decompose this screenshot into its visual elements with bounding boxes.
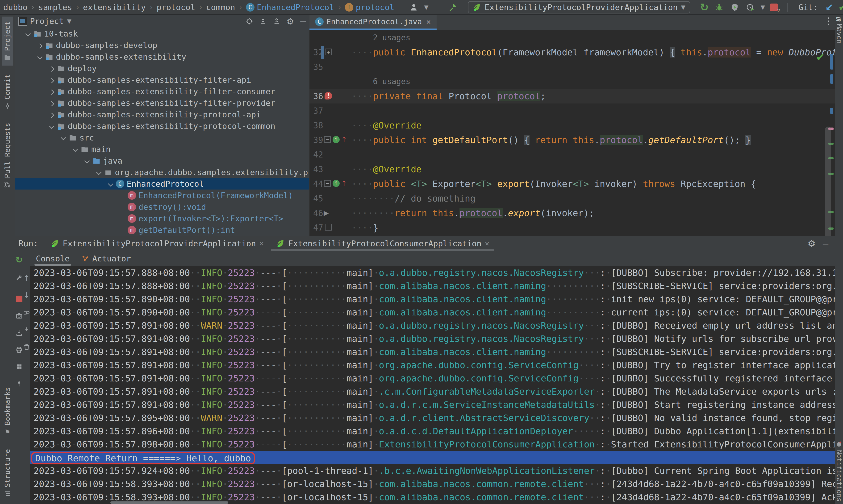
breadcrumb-item[interactable]: protocol [356, 3, 394, 12]
log-row[interactable]: 2023-03-06T09:15:57.888+08:00··INFO·2522… [30, 266, 835, 280]
tree-item[interactable]: dubbo-samples-extensibility [15, 51, 309, 62]
tree-item[interactable]: java [15, 155, 309, 166]
rerun-button[interactable]: ↻ [15, 256, 23, 264]
collapse-all-icon[interactable] [273, 17, 280, 25]
hide-panel-icon[interactable]: — [300, 19, 306, 23]
tree-item[interactable]: dubbo-samples-develop [15, 39, 309, 51]
tree-item[interactable]: dubbo-samples-extensibility-filter-consu… [15, 86, 309, 97]
inspections-ok-icon[interactable]: ✔ [816, 51, 825, 63]
tree-item[interactable]: main [15, 143, 309, 155]
tree-item[interactable]: mEnhancedProtocol(FrameworkModel) [15, 190, 309, 201]
debug-button[interactable] [714, 2, 724, 13]
chevron-icon[interactable] [94, 166, 104, 178]
tree-item[interactable]: mexport(Invoker<T>):Exporter<T> [15, 213, 309, 224]
tree-item[interactable]: dubbo-samples-extensibility-filter-api [15, 74, 309, 86]
profiler-button[interactable] [745, 2, 755, 13]
stop-button[interactable]: 2 [770, 3, 778, 11]
tree-item[interactable]: 10-task [15, 28, 309, 39]
breadcrumb-item[interactable]: dubbo [3, 3, 28, 12]
chevron-icon[interactable] [24, 28, 33, 39]
override-icon[interactable]: ↑ [333, 136, 340, 143]
chevron-icon[interactable] [48, 109, 57, 120]
code-line[interactable]: 38····@Override [310, 118, 835, 133]
sidebar-tab-project[interactable]: Project [2, 17, 13, 66]
override-icon[interactable]: ↑ [333, 180, 340, 187]
fold-end-icon[interactable] [325, 224, 332, 231]
log-row[interactable]: 2023-03-06T09:15:57.890+08:00··INFO·2522… [30, 292, 835, 306]
sidebar-tab-bookmarks[interactable]: ⚑ Bookmarks [2, 382, 13, 441]
chevron-icon[interactable] [59, 132, 69, 143]
breadcrumb-item[interactable]: EnhancedProtocol [257, 3, 334, 12]
layout-grid-icon[interactable] [15, 363, 23, 371]
log-row[interactable]: 2023-03-06T09:15:57.888+08:00··INFO·2522… [30, 280, 835, 292]
user-icon[interactable] [408, 2, 419, 13]
chevron-icon[interactable] [36, 51, 45, 62]
console-output[interactable]: 2023-03-06T09:15:57.888+08:00··INFO·2522… [30, 266, 835, 504]
close-icon[interactable]: × [426, 17, 431, 26]
sidebar-tab-maven[interactable]: m Maven [835, 17, 843, 44]
tab-console[interactable]: Console [36, 251, 70, 266]
horizontal-scrollbar[interactable] [110, 501, 228, 504]
log-row[interactable]: 2023-03-06T09:15:57.924+08:00··INFO·2522… [30, 464, 835, 478]
run-tab-provider[interactable]: ExtensibilityProtocolProviderApplication… [45, 236, 270, 251]
run-configuration-select[interactable]: ExtensibilityProtocolProviderApplication… [468, 1, 690, 14]
tree-item[interactable]: mgetDefaultPort():int [15, 224, 309, 236]
tree-item[interactable]: CEnhancedProtocol [15, 178, 309, 190]
fold-icon[interactable]: + [325, 49, 332, 55]
tree-item[interactable]: deploy [15, 62, 309, 74]
run-button[interactable]: ↻ [700, 1, 709, 13]
log-row[interactable]: 2023-03-06T09:15:57.896+08:00··INFO·2522… [30, 425, 835, 438]
editor-tab[interactable]: C EnhancedProtocol.java × [310, 15, 437, 29]
chevron-icon[interactable] [48, 86, 57, 97]
breadcrumb-item[interactable]: extensibility [83, 3, 146, 12]
editor-options-kebab-icon[interactable] [828, 17, 829, 25]
chevron-icon[interactable] [48, 62, 57, 74]
sidebar-tab-pull-requests[interactable]: Pull Requests [2, 118, 13, 193]
code-line[interactable]: 46▶········return this.protocol.export(i… [310, 206, 835, 220]
code-line[interactable]: 39−↑↑····public int getDefaultPort() { r… [310, 133, 835, 147]
tree-item[interactable]: org.apache.dubbo.samples.extensibility.p… [15, 166, 309, 178]
tree-item[interactable]: src [15, 132, 309, 143]
project-panel-title[interactable]: Project [30, 17, 64, 26]
scroll-down-icon[interactable]: ↓ [23, 291, 31, 299]
log-row[interactable]: 2023-03-06T09:15:57.891+08:00··WARN·2522… [30, 319, 835, 332]
close-icon[interactable]: × [485, 239, 489, 248]
chevron-icon[interactable] [36, 39, 45, 51]
sidebar-tab-structure[interactable]: Structure [2, 444, 13, 502]
fold-icon[interactable]: − [324, 136, 331, 143]
tree-item[interactable]: dubbo-samples-extensibility-filter-provi… [15, 97, 309, 109]
thread-dump-camera-icon[interactable] [15, 312, 23, 320]
breadcrumb-item[interactable]: protocol [157, 3, 195, 12]
log-row[interactable]: 2023-03-06T09:15:58.393+08:00··INFO·2522… [30, 478, 835, 490]
settings-gear-icon[interactable]: ⚙ [808, 238, 815, 249]
code-editor[interactable]: 2 usages32+····public EnhancedProtocol(F… [310, 31, 835, 236]
sidebar-tab-commit[interactable]: Commit [2, 69, 13, 114]
inlay-hint[interactable]: 2 usages [310, 31, 835, 45]
log-row[interactable]: 2023-03-06T09:15:57.891+08:00··INFO·2522… [30, 372, 835, 385]
locate-file-icon[interactable] [246, 17, 253, 25]
log-row[interactable]: 2023-03-06T09:15:57.895+08:00··WARN·2522… [30, 411, 835, 425]
code-line[interactable]: 36!····private final Protocol protocol; [310, 89, 835, 104]
code-line[interactable]: 43····@Override [310, 162, 835, 177]
close-icon[interactable]: × [259, 239, 264, 248]
chevron-icon[interactable] [71, 143, 81, 155]
chevron-icon[interactable] [106, 178, 116, 190]
code-line[interactable]: 35 [310, 60, 835, 74]
soft-wrap-icon[interactable] [23, 309, 31, 317]
log-row[interactable]: 2023-03-06T09:15:57.898+08:00··INFO·2522… [30, 438, 835, 451]
log-row[interactable]: 2023-03-06T09:15:57.891+08:00··INFO·2522… [30, 398, 835, 411]
code-line[interactable]: 44−↑↑····public <T> Exporter<T> export(I… [310, 177, 835, 191]
breadcrumb-item[interactable]: samples [38, 3, 72, 12]
log-row[interactable]: 2023-03-06T09:15:57.890+08:00··INFO·2522… [30, 306, 835, 319]
inlay-hint[interactable]: 6 usages [310, 74, 835, 89]
chevron-icon[interactable] [48, 74, 57, 86]
chevron-icon[interactable] [83, 155, 92, 166]
fold-icon[interactable]: − [324, 180, 331, 187]
pin-tab-icon[interactable] [15, 380, 23, 388]
code-line[interactable]: 45········// do something [310, 191, 835, 206]
clear-console-icon[interactable] [23, 343, 31, 351]
printer-icon[interactable] [15, 346, 23, 354]
run-tab-consumer[interactable]: ExtensibilityProtocolConsumerApplication… [270, 236, 495, 251]
sidebar-tab-notifications[interactable]: Notifications [835, 441, 843, 502]
chevron-down-icon[interactable]: ▼ [67, 18, 71, 24]
